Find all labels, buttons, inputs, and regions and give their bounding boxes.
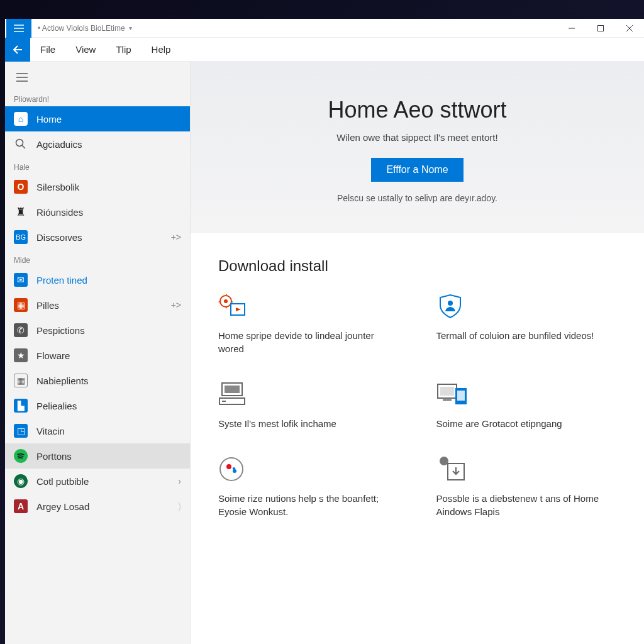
app-window: • Actiow Violols BioLEtime ▾ File View T…: [5, 19, 644, 644]
gear-play-icon: [218, 292, 399, 320]
sidebar-item-floware[interactable]: ★ Floware: [5, 343, 190, 368]
sidebar-item-label: Rióunsides: [36, 207, 83, 218]
sidebar-item-agciaduics[interactable]: Agciaduics: [5, 131, 190, 157]
sidebar-item-codputbible[interactable]: ◉ Cotl putbible ›: [5, 469, 190, 494]
sidebar-section-label: Mide: [5, 250, 190, 267]
card-termall[interactable]: Termall of coluion are bunfiled videos!: [436, 292, 617, 355]
hero-cta-button[interactable]: Efffor a Nome: [371, 158, 463, 182]
svg-point-6: [448, 301, 453, 306]
sidebar-item-label: Porttons: [36, 451, 72, 462]
card-soime-rize[interactable]: Soime rize nutions help s the boanfett; …: [218, 455, 399, 518]
back-arrow-icon: [13, 45, 23, 54]
sidebar-item-silersbolik[interactable]: O Silersbolik: [5, 174, 190, 199]
menubar: File View Tlip Help: [5, 38, 644, 62]
card-possble[interactable]: Possble is a diebstenew t ans of Home Ai…: [436, 455, 617, 518]
hero-subtitle: Wilen owe that sippect Il's meet entort!: [216, 132, 619, 143]
sidebar-item-label: Proten tined: [36, 275, 87, 286]
access-icon: A: [14, 499, 28, 513]
close-button[interactable]: [615, 19, 644, 38]
sidebar-item-label: Discsoıves: [36, 232, 82, 243]
svg-rect-10: [222, 401, 226, 402]
card-syste[interactable]: Syste Il's mest lofik inchame: [218, 380, 399, 430]
mail-icon: ✉: [14, 273, 28, 287]
sidebar: Pliowardn! ⌂ Home Agciaduics Hale O Sile…: [5, 62, 191, 644]
sidebar-item-label: Cotl putbible: [36, 476, 89, 487]
sidebar-item-vitacin[interactable]: ◳ Vitacin: [5, 418, 190, 443]
sidebar-item-home[interactable]: ⌂ Home: [5, 106, 190, 131]
svg-point-18: [233, 469, 236, 473]
sidebar-item-nabieplients[interactable]: ▦ Nabieplients: [5, 368, 190, 393]
svg-rect-13: [443, 399, 452, 401]
maximize-button[interactable]: [586, 19, 615, 38]
hero-note: Pelscu se ustally to selivp are deyır.ad…: [216, 193, 619, 203]
sidebar-item-peliealies[interactable]: ▙ Peliealies: [5, 393, 190, 418]
grid-icon: ▦: [14, 374, 28, 387]
sidebar-item-porttons[interactable]: Porttons: [5, 443, 190, 469]
main-content: Home Aeo sttwort Wilen owe that sippect …: [191, 62, 644, 644]
hamburger-icon: [16, 73, 28, 82]
titlebar: • Actiow Violols BioLEtime ▾: [5, 19, 644, 38]
computer-icon: [218, 380, 399, 408]
card-text: Termall of coluion are bunfiled videos!: [436, 329, 617, 342]
sidebar-item-discsowes[interactable]: BG Discsoıves +>: [5, 225, 190, 250]
menu-trip[interactable]: Tlip: [106, 44, 141, 55]
sidebar-section-label: Hale: [5, 157, 190, 174]
maximize-icon: [597, 25, 604, 31]
health-circle-icon: [218, 455, 399, 483]
menu-help[interactable]: Help: [142, 44, 181, 55]
sidebar-item-proten[interactable]: ✉ Proten tined: [5, 267, 190, 292]
sidebar-item-argey[interactable]: A Argey Losad ): [5, 494, 190, 519]
hero-section: Home Aeo sttwort Wilen owe that sippect …: [191, 62, 644, 233]
sidebar-item-label: Nabieplients: [36, 375, 89, 386]
svg-rect-12: [440, 387, 454, 396]
title-dropdown-icon[interactable]: ▾: [129, 25, 132, 31]
page-title: Home Aeo sttwort: [216, 97, 619, 123]
vitacin-icon: ◳: [14, 424, 28, 438]
devices-icon: [436, 380, 617, 408]
svg-point-19: [440, 457, 448, 465]
svg-rect-0: [598, 25, 604, 31]
card-text: Soime rize nutions help s the boanfett; …: [218, 492, 399, 518]
home-icon: ⌂: [14, 112, 28, 126]
section-heading: Download install: [218, 257, 616, 275]
card-text: Possble is a diebstenew t ans of Home Ai…: [436, 492, 617, 518]
peli-icon: ▙: [14, 399, 28, 413]
sidebar-item-label: Pilles: [36, 300, 59, 311]
sidebar-item-label: Pespictions: [36, 325, 85, 336]
app-menu-button[interactable]: [6, 19, 31, 38]
star-icon: ★: [14, 348, 28, 362]
spotify-icon: [14, 449, 28, 463]
minimize-button[interactable]: [557, 19, 586, 38]
minimize-icon: [569, 25, 575, 31]
chevron-right-icon: ): [178, 501, 181, 511]
card-home-spripe[interactable]: Home spripe devide to lindeal jounter wo…: [218, 292, 399, 355]
back-button[interactable]: [5, 38, 30, 62]
menu-file[interactable]: File: [30, 44, 65, 55]
globe-icon: ◉: [14, 474, 28, 488]
card-text: Syste Il's mest lofik inchame: [218, 417, 399, 430]
card-text: Soime are Grotacot etipngang: [436, 417, 617, 430]
svg-point-1: [16, 140, 23, 147]
search-icon: [14, 137, 28, 151]
card-soime-grotacot[interactable]: Soime are Grotacot etipngang: [436, 380, 617, 430]
window-controls: [557, 19, 644, 38]
close-icon: [626, 25, 633, 31]
discs-icon: BG: [14, 230, 28, 244]
download-section: Download install Home spri: [191, 233, 644, 542]
pilles-icon: ▦: [14, 298, 28, 312]
svg-rect-8: [225, 386, 240, 393]
sidebar-toggle[interactable]: [5, 67, 190, 89]
sidebar-item-riounsides[interactable]: ♜ Rióunsides: [5, 199, 190, 225]
sidebar-item-pespictions[interactable]: ✆ Pespictions: [5, 318, 190, 343]
window-title: • Actiow Violols BioLEtime: [38, 24, 125, 33]
body: Pliowardn! ⌂ Home Agciaduics Hale O Sile…: [5, 62, 644, 644]
svg-rect-15: [457, 391, 465, 401]
sidebar-section-label: Pliowardn!: [5, 89, 190, 106]
hamburger-icon: [14, 25, 24, 32]
sidebar-item-label: Agciaduics: [36, 139, 82, 150]
svg-point-4: [224, 299, 228, 303]
menu-view[interactable]: View: [65, 44, 106, 55]
download-box-icon: [436, 455, 617, 483]
sidebar-item-pilles[interactable]: ▦ Pilles +>: [5, 292, 190, 318]
chevron-right-icon: ›: [178, 476, 181, 486]
